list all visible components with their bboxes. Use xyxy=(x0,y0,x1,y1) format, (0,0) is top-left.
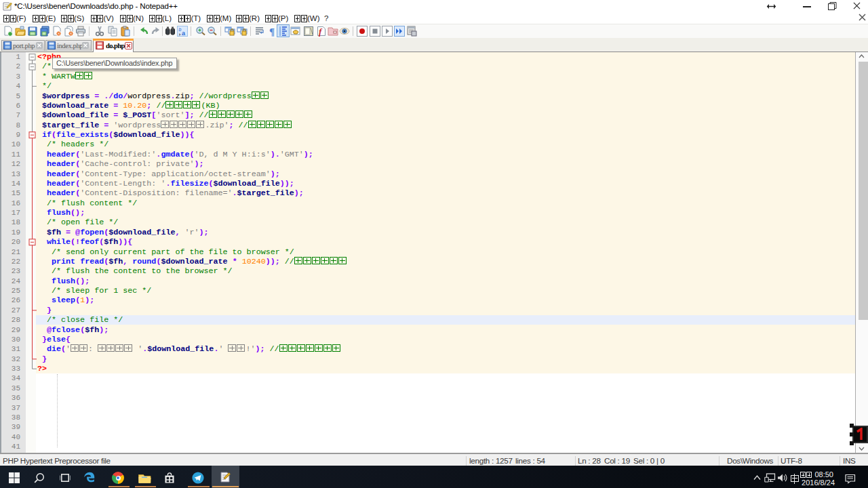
svg-text:b: b xyxy=(179,27,182,32)
svg-text:¶: ¶ xyxy=(269,26,275,37)
